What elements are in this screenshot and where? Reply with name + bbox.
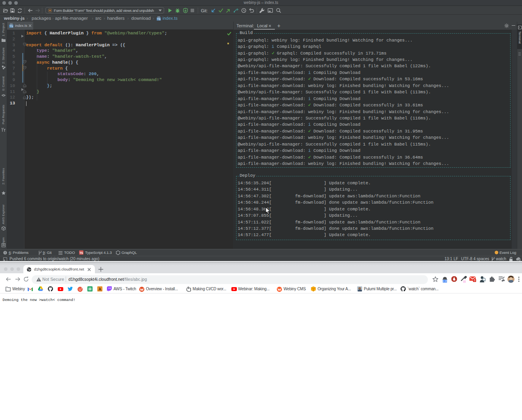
svg-text:5: 5 xyxy=(474,279,475,282)
svg-text:2.25: 2.25 xyxy=(443,280,447,282)
svg-text:TS: TS xyxy=(79,252,83,254)
svg-text:TS: TS xyxy=(157,18,161,21)
svg-text:TS: TS xyxy=(9,25,13,28)
